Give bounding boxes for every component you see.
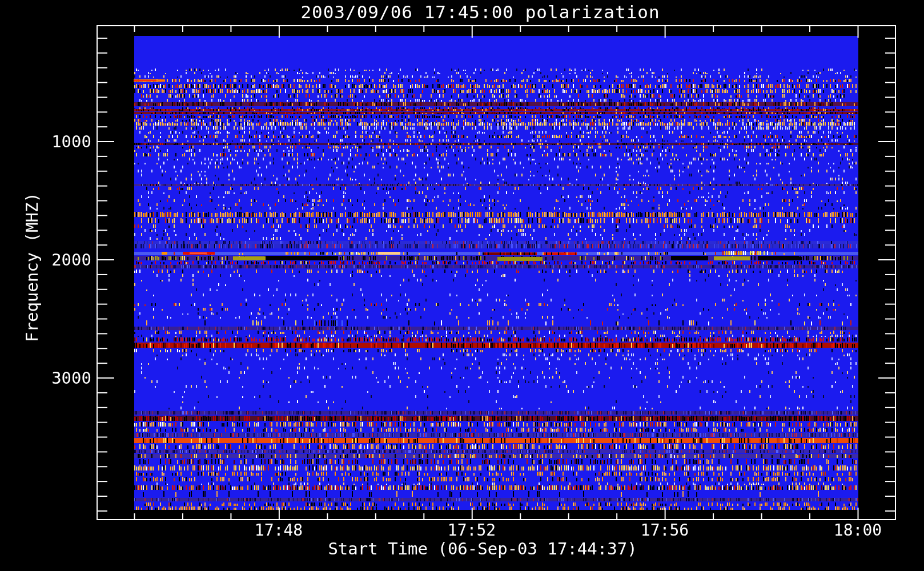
x-axis-label: Start Time (06-Sep-03 17:44:37): [328, 539, 637, 558]
y-tick-label-3000: 3000: [17, 368, 91, 388]
x-tick-label-1800: 18:00: [809, 521, 906, 540]
y-tick-label-2000: 2000: [17, 250, 91, 270]
y-tick-label-1000: 1000: [17, 132, 91, 151]
chart-title: 2003/09/06 17:45:00 polarization: [300, 2, 660, 22]
x-tick-label-1756: 17:56: [616, 521, 713, 540]
spectrogram-canvas: [0, 0, 924, 571]
x-tick-label-1752: 17:52: [423, 521, 520, 540]
x-tick-label-1748: 17:48: [230, 521, 327, 540]
spectrogram-page: { "title": "2003/09/06 17:45:00 polariza…: [0, 0, 924, 571]
